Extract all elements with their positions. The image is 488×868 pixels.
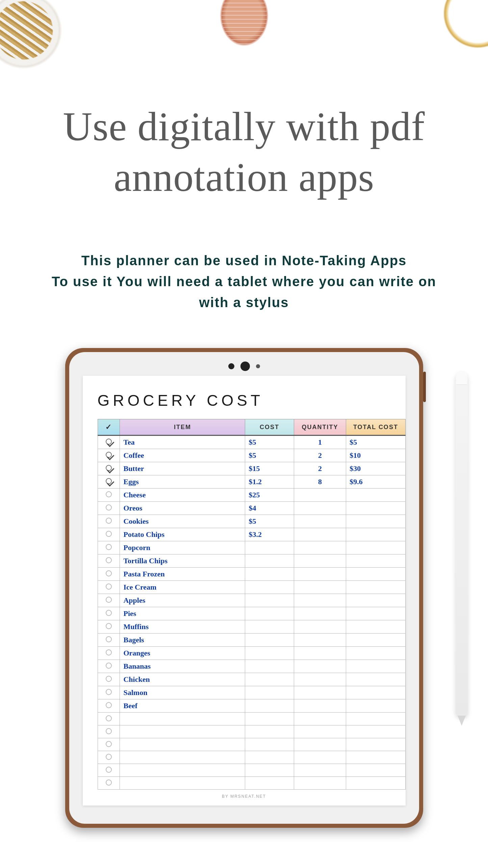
cell-total[interactable]: $5 <box>346 436 405 449</box>
cell-check[interactable] <box>98 515 120 528</box>
cell-total[interactable] <box>346 777 405 790</box>
cell-quantity[interactable] <box>294 660 346 673</box>
cell-total[interactable] <box>346 673 405 686</box>
checkbox-empty-icon[interactable] <box>106 636 112 642</box>
checkbox-empty-icon[interactable] <box>106 754 112 760</box>
cell-total[interactable] <box>346 725 405 738</box>
cell-cost[interactable] <box>245 594 294 607</box>
cell-check[interactable] <box>98 699 120 713</box>
cell-item[interactable]: Coffee <box>120 449 245 462</box>
cell-total[interactable] <box>346 528 405 541</box>
cell-check[interactable] <box>98 738 120 751</box>
cell-quantity[interactable] <box>294 634 346 647</box>
cell-cost[interactable] <box>245 777 294 790</box>
cell-total[interactable] <box>346 554 405 568</box>
cell-check[interactable] <box>98 541 120 554</box>
cell-item[interactable]: Tea <box>120 436 245 449</box>
cell-cost[interactable]: $1.2 <box>245 475 294 489</box>
cell-quantity[interactable] <box>294 568 346 581</box>
cell-cost[interactable] <box>245 620 294 634</box>
cell-quantity[interactable] <box>294 738 346 751</box>
cell-check[interactable] <box>98 568 120 581</box>
cell-cost[interactable] <box>245 686 294 699</box>
cell-total[interactable]: $10 <box>346 449 405 462</box>
cell-cost[interactable] <box>245 751 294 764</box>
cell-total[interactable] <box>346 647 405 660</box>
cell-cost[interactable] <box>245 699 294 713</box>
cell-cost[interactable] <box>245 554 294 568</box>
checkbox-empty-icon[interactable] <box>106 610 112 616</box>
cell-check[interactable] <box>98 607 120 620</box>
checkbox-empty-icon[interactable] <box>106 491 112 497</box>
cell-total[interactable] <box>346 713 405 725</box>
cell-check[interactable] <box>98 449 120 462</box>
cell-item[interactable]: Muffins <box>120 620 245 634</box>
cell-check[interactable] <box>98 594 120 607</box>
cell-total[interactable] <box>346 489 405 502</box>
cell-check[interactable] <box>98 462 120 475</box>
cell-cost[interactable]: $5 <box>245 449 294 462</box>
cell-quantity[interactable] <box>294 554 346 568</box>
cell-total[interactable] <box>346 541 405 554</box>
cell-quantity[interactable]: 2 <box>294 462 346 475</box>
cell-item[interactable]: Oranges <box>120 647 245 660</box>
checkbox-empty-icon[interactable] <box>106 779 112 786</box>
cell-item[interactable]: Tortilla Chips <box>120 554 245 568</box>
cell-total[interactable] <box>346 607 405 620</box>
cell-item[interactable]: Pies <box>120 607 245 620</box>
cell-item[interactable]: Ice Cream <box>120 581 245 594</box>
checkbox-checked-icon[interactable] <box>106 452 112 458</box>
cell-total[interactable] <box>346 634 405 647</box>
checkbox-empty-icon[interactable] <box>106 649 112 655</box>
cell-item[interactable]: Cookies <box>120 515 245 528</box>
checkbox-empty-icon[interactable] <box>106 518 112 524</box>
cell-item[interactable]: Pasta Frozen <box>120 568 245 581</box>
checkbox-empty-icon[interactable] <box>106 767 112 773</box>
cell-quantity[interactable] <box>294 686 346 699</box>
cell-cost[interactable]: $25 <box>245 489 294 502</box>
cell-quantity[interactable] <box>294 528 346 541</box>
cell-cost[interactable] <box>245 634 294 647</box>
cell-item[interactable] <box>120 713 245 725</box>
cell-check[interactable] <box>98 725 120 738</box>
cell-quantity[interactable] <box>294 502 346 515</box>
cell-check[interactable] <box>98 436 120 449</box>
cell-quantity[interactable] <box>294 581 346 594</box>
cell-item[interactable]: Cheese <box>120 489 245 502</box>
cell-item[interactable] <box>120 751 245 764</box>
cell-total[interactable] <box>346 751 405 764</box>
cell-cost[interactable]: $15 <box>245 462 294 475</box>
cell-check[interactable] <box>98 777 120 790</box>
checkbox-empty-icon[interactable] <box>106 715 112 721</box>
cell-total[interactable] <box>346 660 405 673</box>
cell-total[interactable] <box>346 620 405 634</box>
cell-cost[interactable]: $5 <box>245 515 294 528</box>
cell-cost[interactable] <box>245 568 294 581</box>
cell-item[interactable]: Eggs <box>120 475 245 489</box>
cell-quantity[interactable] <box>294 713 346 725</box>
checkbox-empty-icon[interactable] <box>106 702 112 708</box>
cell-total[interactable] <box>346 764 405 777</box>
cell-quantity[interactable] <box>294 725 346 738</box>
cell-quantity[interactable] <box>294 541 346 554</box>
checkbox-checked-icon[interactable] <box>106 478 112 484</box>
cell-item[interactable]: Potato Chips <box>120 528 245 541</box>
checkbox-empty-icon[interactable] <box>106 676 112 682</box>
cell-cost[interactable]: $4 <box>245 502 294 515</box>
cell-quantity[interactable]: 8 <box>294 475 346 489</box>
cell-item[interactable]: Salmon <box>120 686 245 699</box>
cell-total[interactable] <box>346 738 405 751</box>
cell-quantity[interactable] <box>294 620 346 634</box>
cell-quantity[interactable]: 1 <box>294 436 346 449</box>
checkbox-empty-icon[interactable] <box>106 728 112 734</box>
checkbox-empty-icon[interactable] <box>106 623 112 629</box>
cell-check[interactable] <box>98 764 120 777</box>
cell-item[interactable]: Bagels <box>120 634 245 647</box>
checkbox-empty-icon[interactable] <box>106 741 112 747</box>
cell-total[interactable] <box>346 502 405 515</box>
checkbox-empty-icon[interactable] <box>106 557 112 563</box>
cell-quantity[interactable] <box>294 489 346 502</box>
cell-total[interactable] <box>346 568 405 581</box>
cell-check[interactable] <box>98 502 120 515</box>
cell-cost[interactable]: $5 <box>245 436 294 449</box>
